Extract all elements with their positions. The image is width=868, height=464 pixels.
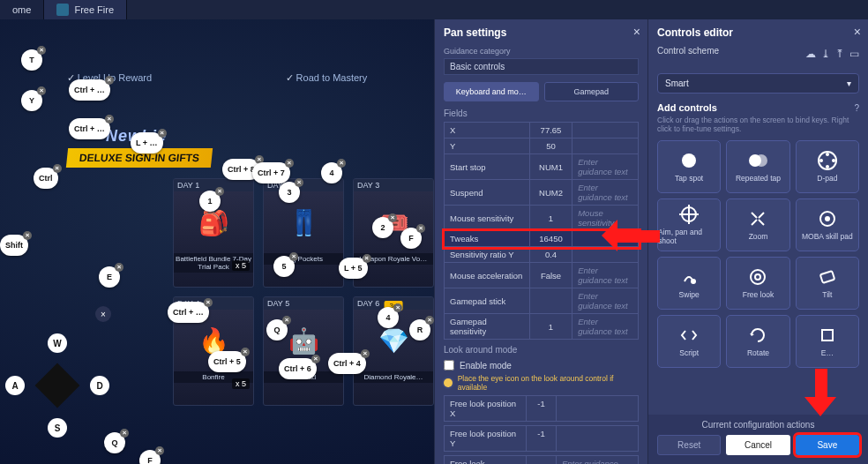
tile-tap-spot[interactable]: Tap spot: [657, 140, 721, 193]
tile-moba-skill[interactable]: MOBA skill pad: [796, 198, 859, 251]
cloud-icon[interactable]: ☁: [805, 48, 816, 60]
dpad-icon: [818, 151, 837, 170]
segment-gamepad[interactable]: Gamepad: [544, 82, 640, 101]
svg-point-0: [682, 153, 696, 168]
dpad-control[interactable]: W A S D: [9, 337, 106, 434]
moba-icon: [818, 209, 837, 228]
folder-icon[interactable]: ▭: [849, 48, 859, 60]
dpad-s[interactable]: S: [48, 418, 67, 438]
close-icon[interactable]: ×: [633, 25, 640, 39]
key-bubble[interactable]: 5: [273, 256, 295, 277]
key-bubble[interactable]: Ctrl: [34, 168, 58, 189]
free-look-row[interactable]: Free lookEnter guidance text: [444, 455, 639, 464]
key-bubble[interactable]: Q: [266, 319, 288, 341]
tile-zoom[interactable]: Zoom: [726, 198, 789, 251]
table-row[interactable]: Mouse accelerationFalseEnter guidance te…: [445, 263, 639, 288]
import-icon[interactable]: ⤓: [821, 48, 830, 60]
free-look-y-row[interactable]: Free look position Y-1: [444, 425, 639, 452]
add-controls-hint: Click or drag the actions on the screen …: [657, 116, 859, 133]
game-viewport[interactable]: Newbie DELUXE SIGN-IN GIFTS Level Up Rew…: [0, 19, 434, 464]
key-bubble[interactable]: Ctrl + 6: [279, 358, 317, 379]
svg-point-6: [819, 159, 823, 162]
table-row[interactable]: Gamepad stickEnter guidance text: [445, 288, 639, 314]
tile-tilt[interactable]: Tilt: [796, 257, 859, 310]
svg-rect-16: [820, 271, 834, 283]
enable-mode-checkbox[interactable]: [444, 360, 454, 370]
look-header: Look around mode: [444, 345, 639, 355]
tile-rotate[interactable]: Rotate: [726, 315, 789, 368]
dpad-d[interactable]: D: [90, 376, 109, 395]
key-bubble[interactable]: 1: [199, 191, 221, 212]
key-bubble[interactable]: Ctrl + 5: [208, 351, 246, 372]
eye-note: Place the eye icon on the look around co…: [444, 374, 639, 392]
key-bubble[interactable]: L + 5: [339, 258, 368, 279]
day-label: Diamond Royale…: [354, 371, 433, 383]
key-bubble[interactable]: 4: [378, 307, 399, 328]
tile-edit[interactable]: E…: [796, 315, 859, 368]
table-row[interactable]: Gamepad sensitivity1Enter guidance text: [445, 314, 639, 340]
key-bubble[interactable]: 4: [321, 162, 342, 183]
dpad-w[interactable]: W: [48, 333, 67, 353]
svg-point-2: [755, 154, 767, 167]
key-bubble[interactable]: T: [21, 49, 42, 71]
swipe-icon: [679, 267, 699, 287]
enable-mode-label: Enable mode: [460, 361, 512, 370]
scheme-select[interactable]: Smart ▾: [657, 73, 859, 94]
close-icon[interactable]: ×: [854, 25, 861, 39]
tab-home-label: ome: [12, 4, 31, 15]
cancel-button[interactable]: Cancel: [726, 435, 789, 455]
key-bubble[interactable]: Ctrl + …: [69, 79, 110, 101]
key-bubble[interactable]: Ctrl + 7: [252, 162, 290, 183]
segment-keyboard[interactable]: Keyboard and mo…: [444, 82, 539, 101]
scheme-toolbar: ☁ ⤓ ⤒ ▭: [805, 48, 859, 60]
tile-free-look[interactable]: Free look: [726, 257, 789, 310]
day-card[interactable]: DAY 5🤖Tinhead: [263, 296, 344, 406]
controls-grid: Tap spot Repeated tap D-pad Aim, pan and…: [657, 140, 859, 368]
svg-point-5: [826, 165, 829, 168]
key-bubble[interactable]: E: [99, 266, 120, 288]
chip-mastery[interactable]: Road to Mastery: [286, 72, 368, 84]
svg-point-12: [825, 216, 830, 221]
guidance-category-input[interactable]: [444, 58, 639, 75]
save-button[interactable]: Save: [796, 435, 859, 455]
key-bubble[interactable]: Shift: [0, 235, 28, 256]
svg-point-4: [826, 153, 829, 156]
tab-home[interactable]: ome: [0, 0, 44, 19]
tile-swipe[interactable]: Swipe: [657, 257, 721, 310]
tile-repeated-tap[interactable]: Repeated tap: [726, 140, 789, 193]
key-bubble[interactable]: F: [139, 450, 161, 464]
table-row[interactable]: X77.65: [445, 123, 639, 138]
reset-button[interactable]: Reset: [657, 435, 721, 455]
eye-dot-icon: [444, 378, 453, 387]
export-icon[interactable]: ⤒: [835, 48, 844, 60]
scheme-label: Control scheme: [657, 46, 719, 56]
key-bubble[interactable]: 3: [279, 182, 300, 203]
close-overlay-icon[interactable]: ×: [95, 306, 111, 322]
key-bubble[interactable]: Q: [104, 432, 125, 453]
key-bubble[interactable]: Ctrl + 4: [328, 353, 366, 374]
free-look-x-row[interactable]: Free look position X-1: [444, 395, 639, 422]
table-row[interactable]: Start stopNUM1Enter guidance text: [445, 154, 639, 180]
svg-point-15: [755, 274, 760, 280]
chevron-down-icon: ▾: [847, 79, 851, 88]
key-bubble[interactable]: 2: [372, 217, 393, 238]
key-bubble[interactable]: Ctrl + …: [69, 118, 110, 139]
table-row[interactable]: Y50: [445, 138, 639, 154]
key-bubble[interactable]: Ctrl + …: [168, 302, 209, 323]
tile-dpad[interactable]: D-pad: [796, 140, 859, 193]
tile-script[interactable]: Script: [657, 315, 721, 368]
tab-game-label: Free Fire: [74, 4, 114, 15]
pan-title: Pan settings: [444, 26, 639, 39]
svg-point-13: [691, 279, 696, 284]
tile-aim-pan-shoot[interactable]: Aim, pan and shoot: [657, 198, 721, 251]
key-bubble[interactable]: Y: [21, 90, 42, 111]
table-row[interactable]: SuspendNUM2Enter guidance text: [445, 180, 639, 206]
dpad-a[interactable]: A: [5, 376, 25, 395]
key-bubble[interactable]: R: [409, 319, 430, 341]
help-icon[interactable]: ?: [854, 103, 859, 113]
key-bubble[interactable]: L + …: [131, 132, 163, 153]
key-bubble[interactable]: F: [400, 228, 422, 249]
tab-game[interactable]: Free Fire: [44, 0, 127, 19]
input-mode-segment: Keyboard and mo… Gamepad: [444, 82, 639, 101]
day-count: x 5: [232, 378, 250, 389]
